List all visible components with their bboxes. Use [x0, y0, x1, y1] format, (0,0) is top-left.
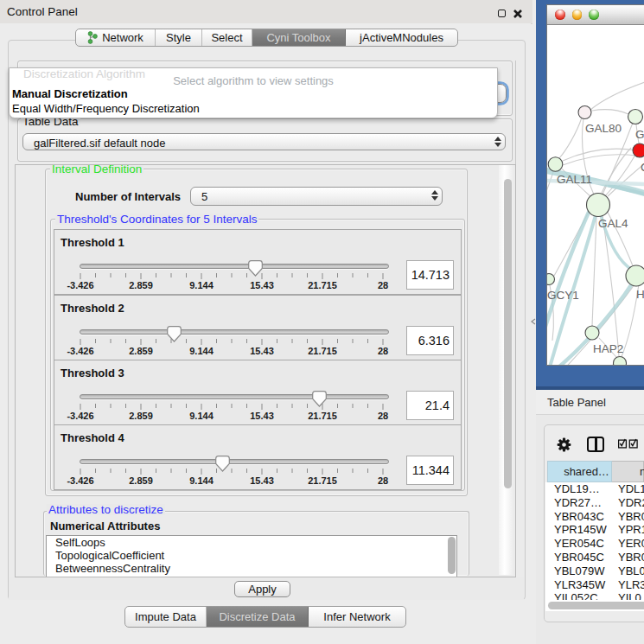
svg-text:HAP2: HAP2	[593, 342, 623, 355]
svg-text:H: H	[636, 288, 644, 301]
svg-text:GA: GA	[635, 128, 644, 141]
svg-text:GAL4: GAL4	[598, 217, 628, 230]
svg-text:GCY1: GCY1	[547, 289, 579, 302]
svg-text:C: C	[641, 161, 644, 174]
svg-text:GAL80: GAL80	[585, 122, 622, 135]
svg-text:GAL11: GAL11	[557, 173, 592, 186]
